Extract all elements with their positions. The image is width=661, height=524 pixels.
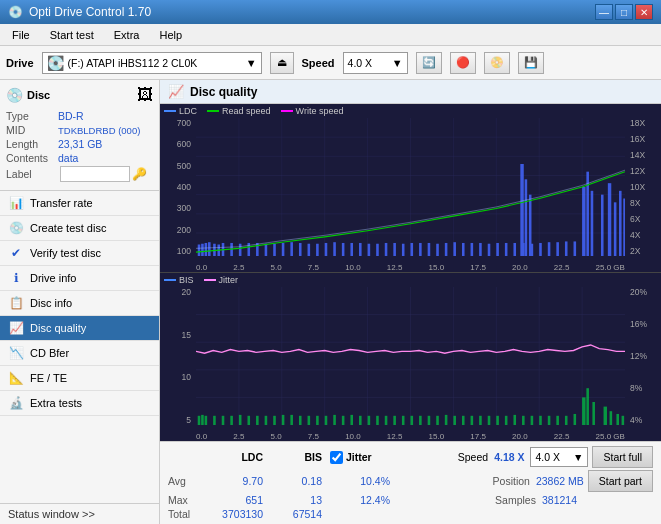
disc-label-edit-button[interactable]: 🔑 bbox=[132, 167, 147, 181]
svg-rect-50 bbox=[471, 243, 474, 256]
start-part-button[interactable]: Start part bbox=[588, 470, 653, 492]
disc-mid-value: TDKBLDRBD (000) bbox=[58, 125, 140, 136]
svg-rect-94 bbox=[247, 416, 250, 425]
svg-rect-138 bbox=[616, 414, 619, 425]
maximize-button[interactable]: □ bbox=[615, 4, 633, 20]
position-row: Position 23862 MB bbox=[493, 475, 584, 487]
drive-selector[interactable]: 💽 (F:) ATAPI iHBS112 2 CL0K ▼ bbox=[42, 52, 262, 74]
upper-chart-svg bbox=[196, 118, 625, 256]
disc-type-label: Type bbox=[6, 110, 58, 122]
svg-rect-28 bbox=[282, 243, 285, 256]
svg-rect-66 bbox=[582, 187, 585, 256]
svg-rect-55 bbox=[513, 243, 516, 256]
svg-rect-36 bbox=[350, 243, 353, 256]
settings-button1[interactable]: 🔴 bbox=[450, 52, 476, 74]
sidebar-item-disc-info[interactable]: 📋 Disc info bbox=[0, 291, 159, 316]
svg-rect-68 bbox=[591, 191, 594, 256]
sidebar-item-drive-info[interactable]: ℹ Drive info bbox=[0, 266, 159, 291]
y-lower-label-8pct: 8% bbox=[630, 383, 642, 393]
verify-test-disc-icon: ✔ bbox=[8, 246, 24, 260]
x-label-0: 0.0 bbox=[196, 263, 207, 272]
lower-chart: BIS Jitter bbox=[160, 273, 661, 441]
menu-help[interactable]: Help bbox=[151, 27, 190, 43]
svg-rect-119 bbox=[462, 416, 465, 425]
menu-file[interactable]: File bbox=[4, 27, 38, 43]
disc-contents-label: Contents bbox=[6, 152, 58, 164]
ldc-col-header: LDC bbox=[208, 451, 263, 463]
menu-extra[interactable]: Extra bbox=[106, 27, 148, 43]
disc-image-icon: 🖼 bbox=[137, 86, 153, 104]
svg-rect-34 bbox=[333, 242, 336, 256]
sidebar-item-verify-test-disc[interactable]: ✔ Verify test disc bbox=[0, 241, 159, 266]
sidebar-item-disc-quality[interactable]: 📈 Disc quality bbox=[0, 316, 159, 341]
sidebar-item-cd-bfer[interactable]: 📉 CD Bfer bbox=[0, 341, 159, 366]
jitter-legend-label: Jitter bbox=[219, 275, 239, 285]
y-label-16x: 16X bbox=[630, 134, 645, 144]
speed-selector[interactable]: 4.0 X ▼ bbox=[343, 52, 408, 74]
sidebar-item-label-extra-tests: Extra tests bbox=[30, 397, 82, 409]
lower-x-20: 20.0 bbox=[512, 432, 528, 441]
ldc-legend-dot bbox=[164, 110, 176, 112]
write-legend-dot bbox=[281, 110, 293, 112]
svg-rect-124 bbox=[505, 416, 508, 425]
read-legend-dot bbox=[207, 110, 219, 112]
x-label-12_5: 12.5 bbox=[387, 263, 403, 272]
y-label-18x: 18X bbox=[630, 118, 645, 128]
svg-rect-23 bbox=[239, 244, 242, 256]
disc-quality-icon: 📈 bbox=[8, 321, 24, 335]
lower-chart-svg bbox=[196, 287, 625, 425]
sidebar-item-label-drive-info: Drive info bbox=[30, 272, 76, 284]
status-window-label: Status window >> bbox=[8, 508, 95, 520]
svg-rect-102 bbox=[316, 416, 319, 425]
svg-rect-63 bbox=[520, 164, 523, 256]
x-label-22_5: 22.5 bbox=[554, 263, 570, 272]
y-label-14x: 14X bbox=[630, 150, 645, 160]
svg-rect-46 bbox=[436, 244, 439, 256]
lower-x-0: 0.0 bbox=[196, 432, 207, 441]
jitter-legend-dot bbox=[204, 279, 216, 281]
samples-value: 381214 bbox=[542, 494, 577, 506]
lower-x-5: 5.0 bbox=[271, 432, 282, 441]
y-label-4x: 4X bbox=[630, 230, 640, 240]
eject-button[interactable]: ⏏ bbox=[270, 52, 294, 74]
svg-rect-93 bbox=[239, 415, 242, 425]
settings-button2[interactable]: 📀 bbox=[484, 52, 510, 74]
svg-rect-118 bbox=[453, 416, 456, 425]
avg-label: Avg bbox=[168, 475, 204, 487]
bis-col-header: BIS bbox=[267, 451, 322, 463]
jitter-checkbox[interactable] bbox=[330, 451, 343, 464]
minimize-button[interactable]: — bbox=[595, 4, 613, 20]
svg-rect-125 bbox=[513, 415, 516, 425]
upper-chart-legend: LDC Read speed Write speed bbox=[164, 106, 343, 116]
menu-start-test[interactable]: Start test bbox=[42, 27, 102, 43]
lower-x-25: 25.0 GB bbox=[596, 432, 625, 441]
sidebar-item-extra-tests[interactable]: 🔬 Extra tests bbox=[0, 391, 159, 416]
speed-stats-selector[interactable]: 4.0 X ▼ bbox=[530, 447, 588, 467]
svg-rect-108 bbox=[368, 416, 371, 425]
refresh-button[interactable]: 🔄 bbox=[416, 52, 442, 74]
status-window-button[interactable]: Status window >> bbox=[8, 508, 151, 520]
samples-label: Samples bbox=[495, 494, 536, 506]
svg-rect-111 bbox=[393, 416, 396, 425]
start-full-button[interactable]: Start full bbox=[592, 446, 653, 468]
sidebar-item-fe-te[interactable]: 📐 FE / TE bbox=[0, 366, 159, 391]
upper-x-axis: 0.0 2.5 5.0 7.5 10.0 12.5 15.0 17.5 20.0… bbox=[196, 263, 625, 272]
svg-rect-120 bbox=[471, 416, 474, 425]
svg-rect-54 bbox=[505, 243, 508, 256]
svg-rect-133 bbox=[582, 397, 585, 425]
disc-label-input[interactable] bbox=[60, 166, 130, 182]
save-button[interactable]: 💾 bbox=[518, 52, 544, 74]
app-title: Opti Drive Control 1.70 bbox=[29, 5, 151, 19]
svg-rect-71 bbox=[614, 202, 617, 256]
close-button[interactable]: ✕ bbox=[635, 4, 653, 20]
lower-x-2_5: 2.5 bbox=[233, 432, 244, 441]
sidebar-item-transfer-rate[interactable]: 📊 Transfer rate bbox=[0, 191, 159, 216]
svg-rect-35 bbox=[342, 243, 345, 256]
y-lower-label-4pct: 4% bbox=[630, 415, 642, 425]
sidebar-item-create-test-disc[interactable]: 💿 Create test disc bbox=[0, 216, 159, 241]
svg-rect-51 bbox=[479, 243, 482, 256]
svg-rect-128 bbox=[539, 416, 542, 425]
transfer-rate-icon: 📊 bbox=[8, 196, 24, 210]
svg-rect-122 bbox=[488, 416, 491, 425]
extra-tests-icon: 🔬 bbox=[8, 396, 24, 410]
